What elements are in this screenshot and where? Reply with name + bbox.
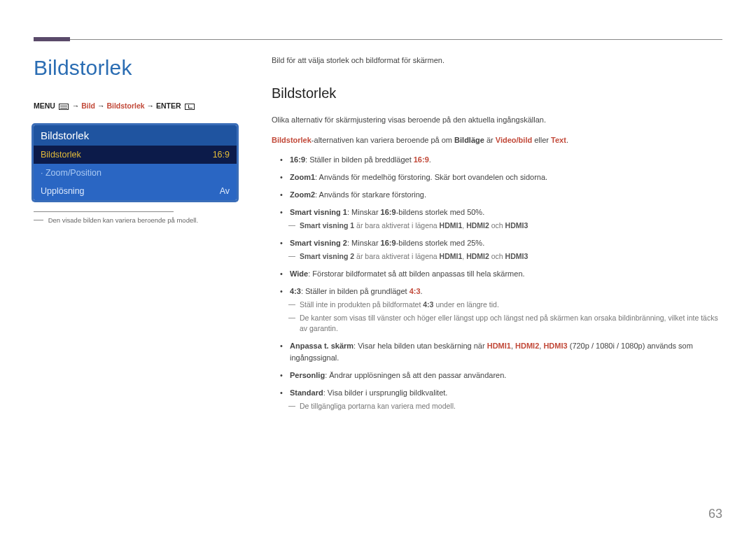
osd-item-label: · Zoom/Position	[41, 168, 102, 178]
menupath-bildstorlek: Bildstorlek	[106, 101, 144, 110]
footnote-text: Den visade bilden kan variera beroende p…	[48, 216, 198, 224]
bullet-note: De kanter som visas till vänster och hög…	[290, 313, 722, 335]
p2-mid: -alternativen kan variera beroende på om	[312, 136, 454, 144]
bullet-note: Smart visning 2 är bara aktiverat i läge…	[290, 251, 722, 262]
p2-b1: Bildstorlek	[272, 136, 312, 144]
osd-header: Bildstorlek	[34, 125, 237, 146]
p2-r2: Text	[551, 136, 566, 144]
para-2: Bildstorlek-alternativen kan variera ber…	[272, 134, 722, 146]
p2-end: .	[566, 136, 568, 144]
osd-item: · Zoom/Position	[34, 164, 237, 182]
bullet-note: De tillgängliga portarna kan variera med…	[290, 401, 722, 412]
left-column: Bildstorlek MENU → Bild → Bildstorlek → …	[34, 56, 272, 418]
manual-page: Bildstorlek MENU → Bild → Bildstorlek → …	[0, 0, 756, 534]
right-column: Bild för att välja storlek och bildforma…	[272, 56, 722, 418]
top-rule	[34, 39, 722, 40]
dash-icon	[34, 220, 43, 220]
menupath-menu: MENU	[34, 101, 55, 110]
bullet-item: 16:9: Ställer in bilden på breddläget 16…	[290, 154, 722, 166]
p2-mid3: eller	[532, 136, 551, 144]
arrow: →	[147, 101, 156, 110]
para-1: Olika alternativ för skärmjustering visa…	[272, 114, 722, 126]
bullet-note: Smart visning 1 är bara aktiverat i läge…	[290, 220, 722, 232]
footnote: Den visade bilden kan variera beroende p…	[34, 216, 244, 224]
bullet-list: 16:9: Ställer in bilden på breddläget 16…	[272, 154, 722, 412]
arrow: →	[72, 101, 81, 110]
footnote-rule	[34, 211, 174, 212]
page-title: Bildstorlek	[34, 56, 244, 80]
menupath-enter: ENTER	[156, 101, 181, 110]
content-columns: Bildstorlek MENU → Bild → Bildstorlek → …	[34, 56, 722, 418]
osd-panel: Bildstorlek Bildstorlek16:9· Zoom/Positi…	[34, 125, 237, 200]
p2-b2: Bildläge	[454, 136, 484, 144]
p2-mid2: är	[484, 136, 496, 144]
bullet-item: Personlig: Ändrar upplösningen så att de…	[290, 370, 722, 381]
bullet-item: Smart visning 1: Minskar 16:9-bildens st…	[290, 206, 722, 232]
bullet-item: Anpassa t. skärm: Visar hela bilden utan…	[290, 340, 722, 364]
arrow: →	[97, 101, 106, 110]
bullet-item: Standard: Visa bilder i ursprunglig bild…	[290, 387, 722, 412]
bullet-item: Wide: Förstorar bildformatet så att bild…	[290, 268, 722, 280]
menupath-bild: Bild	[81, 101, 95, 110]
menu-path: MENU → Bild → Bildstorlek → ENTER	[34, 101, 244, 111]
bullet-item: Zoom2: Används för starkare förstoring.	[290, 189, 722, 201]
page-number: 63	[708, 507, 722, 521]
bullet-item: 4:3: Ställer in bilden på grundläget 4:3…	[290, 286, 722, 335]
bullet-item: Smart visning 2: Minskar 16:9-bildens st…	[290, 237, 722, 262]
osd-item-label: Bildstorlek	[41, 150, 81, 160]
p2-r1: Video/bild	[496, 136, 532, 144]
bullet-note: Ställ inte in produkten på bildformatet …	[290, 300, 722, 311]
intro-text: Bild för att välja storlek och bildforma…	[272, 56, 722, 64]
osd-item: UpplösningAv	[34, 182, 237, 200]
section-heading: Bildstorlek	[272, 85, 722, 101]
osd-item: Bildstorlek16:9	[34, 146, 237, 164]
osd-item-label: Upplösning	[41, 186, 85, 196]
osd-item-value: Av	[220, 186, 230, 196]
enter-icon	[185, 104, 195, 110]
bullet-item: Zoom1: Används för medelhög förstoring. …	[290, 171, 722, 183]
menu-icon	[59, 104, 69, 110]
osd-item-value: 16:9	[213, 150, 230, 160]
